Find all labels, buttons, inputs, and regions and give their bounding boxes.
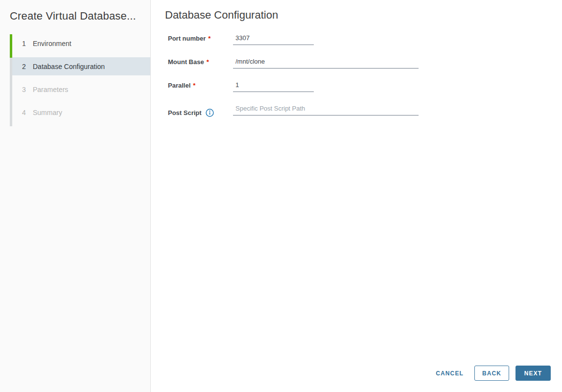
wizard-footer-actions: CANCEL BACK NEXT [425, 366, 551, 381]
step-summary: 4 Summary [12, 103, 150, 121]
form-field-post-script: Post Script [168, 104, 562, 116]
form-field-mount-base: Mount Base * [168, 57, 562, 69]
parallel-label: Parallel * [168, 81, 233, 89]
step-parameters: 3 Parameters [12, 80, 150, 98]
mount-base-label-text: Mount Base [168, 58, 204, 66]
step-label: Summary [33, 109, 62, 116]
parallel-label-text: Parallel [168, 82, 190, 89]
wizard-main-panel: Database Configuration Port number * Mou… [151, 0, 562, 392]
cancel-button[interactable]: CANCEL [425, 366, 474, 381]
wizard-title: Create Virtual Database... [10, 10, 140, 23]
info-icon[interactable] [206, 109, 214, 117]
port-number-label-text: Port number [168, 35, 206, 42]
form-field-port-number: Port number * [168, 34, 562, 46]
wizard-steps: 1 Environment 2 Database Configuration 3… [0, 34, 150, 121]
step-label: Database Configuration [33, 63, 105, 70]
required-asterisk: * [208, 35, 211, 42]
step-number: 2 [21, 63, 27, 70]
port-number-input[interactable] [233, 34, 314, 45]
required-asterisk: * [193, 82, 195, 89]
post-script-label-text: Post Script [168, 109, 202, 116]
required-asterisk: * [207, 58, 209, 66]
port-number-label: Port number * [168, 34, 233, 42]
mount-base-label: Mount Base * [168, 57, 233, 66]
parallel-input[interactable] [233, 81, 314, 92]
database-configuration-form: Port number * Mount Base * Parallel * [168, 34, 562, 116]
post-script-input[interactable] [233, 104, 419, 115]
step-label: Parameters [33, 86, 68, 93]
step-number: 3 [21, 86, 27, 93]
post-script-label: Post Script [168, 104, 233, 117]
step-number: 1 [21, 40, 27, 47]
create-virtual-database-wizard: Create Virtual Database... 1 Environment… [0, 0, 562, 392]
next-button[interactable]: NEXT [515, 366, 551, 381]
form-field-parallel: Parallel * [168, 81, 562, 92]
step-environment[interactable]: 1 Environment [12, 34, 150, 52]
step-database-configuration[interactable]: 2 Database Configuration [12, 57, 150, 75]
wizard-sidebar: Create Virtual Database... 1 Environment… [0, 0, 151, 392]
page-title: Database Configuration [165, 9, 562, 22]
back-button[interactable]: BACK [474, 366, 509, 381]
mount-base-input[interactable] [233, 57, 419, 69]
step-number: 4 [21, 109, 27, 116]
step-label: Environment [33, 40, 71, 47]
